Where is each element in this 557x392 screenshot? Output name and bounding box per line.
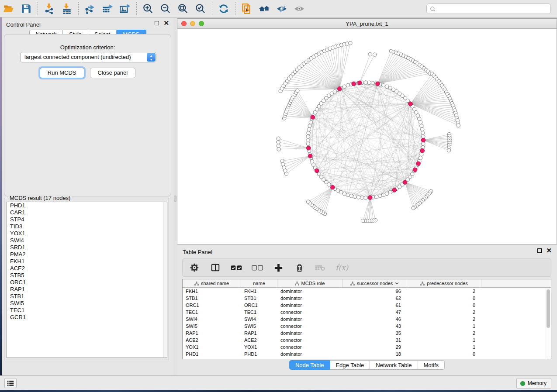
network-titlebar[interactable]: YPA_prune.txt_1 [177,19,557,29]
ring-node[interactable] [385,192,388,196]
result-node-item[interactable]: RAP1 [7,286,167,293]
result-node-item[interactable]: STB1 [7,293,167,300]
leaf-node[interactable] [277,144,280,148]
ring-node[interactable] [364,81,367,84]
mcds-hub-node[interactable] [413,168,417,172]
optimization-criterion-select[interactable]: largest connected component (undirected)… [20,52,156,62]
mcds-hub-node[interactable] [352,82,356,86]
column-view-button[interactable] [210,262,221,273]
leaf-node[interactable] [457,124,460,127]
ring-node[interactable] [306,142,310,145]
ring-node[interactable] [422,135,425,138]
clone-network-button[interactable] [239,2,254,16]
table-row[interactable]: SWI5SWI5connector431 [183,323,551,330]
result-node-item[interactable]: PMA2 [7,251,167,258]
tab-edge-table[interactable]: Edge Table [330,360,370,370]
leaf-node[interactable] [447,148,450,152]
column-header-predecessor-nodes[interactable]: predecessor nodes [407,279,481,287]
leaf-node[interactable] [280,159,284,162]
add-column-button[interactable] [273,262,284,273]
zoom-out-button[interactable] [158,2,173,16]
import-table-button[interactable] [59,2,74,16]
ring-node[interactable] [353,195,356,198]
mcds-hub-node[interactable] [403,180,407,185]
result-node-item[interactable]: STB5 [7,272,167,279]
leaf-node[interactable] [277,137,280,140]
search-input[interactable] [438,4,547,13]
ring-node[interactable] [375,195,378,198]
column-header-MCDS-role[interactable]: MCDS role [277,279,343,287]
ring-node[interactable] [422,142,425,145]
float-panel-icon[interactable] [155,21,159,25]
show-neighbors-button[interactable] [257,2,272,16]
delete-table-button[interactable] [315,262,326,273]
ring-node[interactable] [346,83,349,87]
table-row[interactable]: YOX1YOX1connector291 [183,344,551,351]
mcds-hub-node[interactable] [330,185,335,189]
tab-network-table[interactable]: Network Table [370,360,418,370]
ring-node[interactable] [419,120,422,124]
mcds-hub-node[interactable] [315,168,319,173]
mcds-hub-node[interactable] [308,154,312,158]
ring-node[interactable] [421,131,425,134]
result-node-item[interactable]: CAR1 [7,209,167,216]
memory-button[interactable]: Memory [516,378,551,389]
column-header-shared-name[interactable]: shared name [183,279,241,287]
column-header-successor-nodes[interactable]: successor nodes [343,279,407,287]
ring-node[interactable] [420,153,423,156]
run-mcds-button[interactable]: Run MCDS [40,68,84,78]
ring-node[interactable] [371,81,374,85]
table-row[interactable]: ACE2ACE2connector311 [183,337,551,344]
mcds-hub-node[interactable] [311,115,315,120]
tab-motifs[interactable]: Motifs [418,360,445,370]
leaf-node[interactable] [349,41,352,45]
export-network-button[interactable] [83,2,97,16]
ring-node[interactable] [307,131,310,134]
leaf-node[interactable] [277,148,280,151]
leaf-node[interactable] [368,52,372,56]
maximize-window-icon[interactable] [199,21,204,26]
open-file-button[interactable] [1,2,16,16]
zoom-in-button[interactable] [141,2,156,16]
result-node-item[interactable]: STP4 [7,216,167,223]
mcds-hub-node[interactable] [408,102,413,106]
table-scrollbar-thumb[interactable] [547,289,550,328]
table-row[interactable]: ORC1ORC1dominator610 [183,302,551,309]
ring-node[interactable] [420,124,423,127]
minimize-window-icon[interactable] [190,21,195,26]
mcds-hub-node[interactable] [357,81,362,85]
ring-node[interactable] [419,156,422,160]
float-table-panel-icon[interactable] [537,248,542,253]
leaf-node[interactable] [277,140,280,144]
result-node-item[interactable]: FKH1 [7,258,167,265]
close-table-panel-icon[interactable]: ✕ [546,248,552,253]
leaf-node[interactable] [306,200,310,203]
select-all-rows-button[interactable] [231,262,242,273]
delete-column-button[interactable] [294,262,305,273]
column-header-name[interactable]: name [241,279,277,287]
tab-node-table[interactable]: Node Table [289,360,330,370]
mcds-hub-node[interactable] [392,188,397,193]
export-image-button[interactable] [118,2,132,16]
result-list-scrollbar[interactable] [163,202,167,358]
ring-node[interactable] [356,196,360,199]
save-session-button[interactable] [19,2,34,16]
result-node-item[interactable]: SRD1 [7,244,167,251]
close-window-icon[interactable] [181,21,187,26]
table-row[interactable]: RAP1RAP1dominator352 [183,330,551,337]
mcds-hub-node[interactable] [376,82,380,86]
zoom-selected-button[interactable] [193,2,208,16]
refresh-view-button[interactable] [216,2,231,16]
result-node-item[interactable]: GCR1 [7,314,167,321]
result-node-item[interactable]: ACE2 [7,265,167,272]
close-panel-button[interactable]: Close panel [90,68,136,78]
table-scrollbar[interactable] [546,288,550,359]
result-node-item[interactable]: SWI4 [7,237,167,244]
ring-node[interactable] [346,193,349,196]
ring-node[interactable] [349,194,353,198]
table-row[interactable]: SWI4SWI4dominator462 [183,316,551,323]
mcds-hub-node[interactable] [368,196,373,200]
ring-node[interactable] [378,194,382,198]
result-node-item[interactable]: YOX1 [7,230,167,237]
close-panel-icon[interactable]: ✕ [163,21,169,25]
